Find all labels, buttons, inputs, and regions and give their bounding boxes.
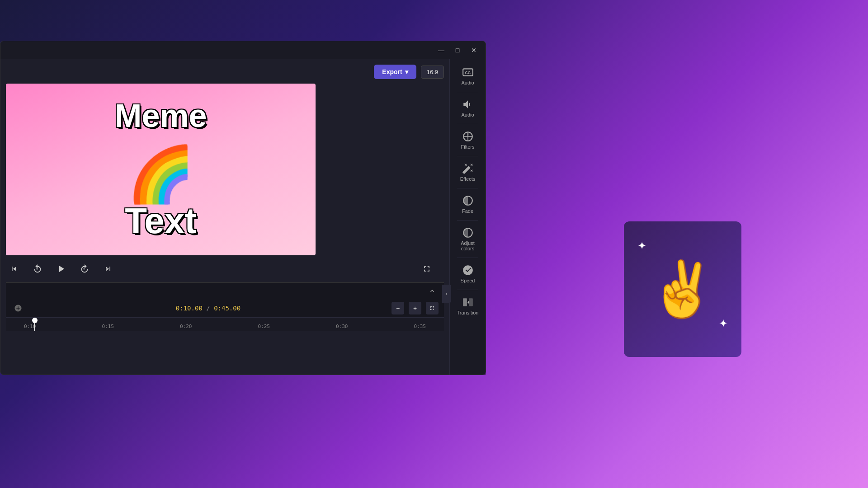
adjust-colors-label: Adjust colors [455,240,481,251]
preview-body-text: Text [125,200,197,242]
character-illustration: ✌️ [649,258,717,321]
timeline-current-time: 0:10.00 / 0:45.00 [29,305,387,312]
svg-rect-8 [469,298,473,306]
preview-rainbow: 🌈 [127,147,195,201]
fullscreen-button[interactable] [419,261,435,277]
export-chevron-icon: ▾ [405,68,408,75]
minimize-button[interactable]: — [435,44,448,56]
track-add-icon [11,304,25,312]
aspect-ratio-badge: 16:9 [421,66,444,79]
right-sidebar: CC Audio Audio Filters [449,59,486,375]
sidebar-divider-5 [457,220,478,221]
timeline-expand-button[interactable] [426,302,439,314]
sidebar-divider-7 [457,290,478,290]
sidebar-item-speed[interactable]: Speed [453,261,483,287]
maximize-button[interactable]: □ [451,44,464,56]
export-button[interactable]: Export ▾ [374,65,416,79]
sidebar-item-effects[interactable]: Effects [453,159,483,185]
speed-icon [462,264,474,276]
skip-forward-button[interactable] [100,261,116,277]
fade-icon [462,195,474,206]
timeline-expand-row [6,283,444,299]
playback-controls: 5 5 [6,255,444,282]
transition-icon [462,296,474,308]
timeline-ruler: 0:10 0:15 0:20 0:25 0:30 0:35 [6,318,444,331]
export-label: Export [382,68,402,75]
captions-icon: CC [462,66,474,78]
svg-text:5: 5 [36,267,38,271]
timeline-zoom-in-button[interactable]: + [409,302,421,314]
sidebar-item-audio[interactable]: Audio [453,95,483,121]
ruler-mark-3: 0:25 [258,324,270,329]
svg-text:CC: CC [465,70,471,75]
effects-label: Effects [460,176,475,182]
forward-5-button[interactable]: 5 [76,261,93,277]
video-preview: Meme 🌈 Text [6,84,316,255]
ruler-mark-2: 0:20 [180,324,192,329]
effects-icon [462,163,474,174]
sidebar-divider-4 [457,188,478,188]
sidebar-item-adjust-colors[interactable]: Adjust colors [453,223,483,255]
timeline-zoom-out-button[interactable]: − [392,302,404,314]
title-bar: — □ ✕ [0,41,486,59]
ruler-mark-4: 0:30 [336,324,348,329]
sidebar-collapse-button[interactable]: ‹ [442,285,451,303]
play-button[interactable] [53,261,69,277]
filters-icon [462,131,474,142]
rewind-5-button[interactable]: 5 [29,261,46,277]
top-bar: Export ▾ 16:9 [6,65,444,79]
sidebar-item-captions[interactable]: CC Audio [453,63,483,89]
playhead[interactable] [34,318,35,331]
timeline-controls: 0:10.00 / 0:45.00 − + [6,299,444,318]
transition-label: Transition [457,310,479,315]
main-content: Export ▾ 16:9 Meme 🌈 Text 5 [0,59,486,375]
decorative-card: ✦ ✌️ ✦ [624,221,741,357]
sidebar-divider-1 [457,92,478,92]
svg-text:5: 5 [83,267,85,271]
ruler-marks: 0:10 0:15 0:20 0:25 0:30 0:35 [24,324,426,331]
audio-label: Audio [461,112,474,117]
timeline-collapse-button[interactable] [426,285,439,297]
timeline-area: 0:10.00 / 0:45.00 − + 0:10 0:15 0:20 0:2… [6,282,444,331]
sidebar-divider-3 [457,156,478,156]
preview-meme-text: Meme [114,97,207,134]
sidebar-item-fade[interactable]: Fade [453,191,483,217]
audio-icon [462,99,474,110]
skip-back-button[interactable] [6,261,22,277]
filters-label: Filters [461,144,475,150]
svg-rect-7 [463,298,467,306]
video-area: Export ▾ 16:9 Meme 🌈 Text 5 [0,59,449,375]
close-button[interactable]: ✕ [467,44,480,56]
sidebar-divider-2 [457,124,478,124]
sparkle-icon-2: ✦ [719,317,728,330]
speed-label: Speed [461,278,475,283]
sidebar-divider-6 [457,258,478,258]
fade-label: Fade [462,208,473,214]
ruler-mark-1: 0:15 [102,324,114,329]
ruler-mark-5: 0:35 [414,324,426,329]
captions-label: Audio [461,80,474,85]
sidebar-item-transition[interactable]: Transition [453,293,483,319]
adjust-colors-icon [462,227,474,239]
sparkle-icon-1: ✦ [637,239,646,252]
sidebar-item-filters[interactable]: Filters [453,127,483,153]
app-window: — □ ✕ Export ▾ 16:9 Meme 🌈 Text [0,41,486,375]
